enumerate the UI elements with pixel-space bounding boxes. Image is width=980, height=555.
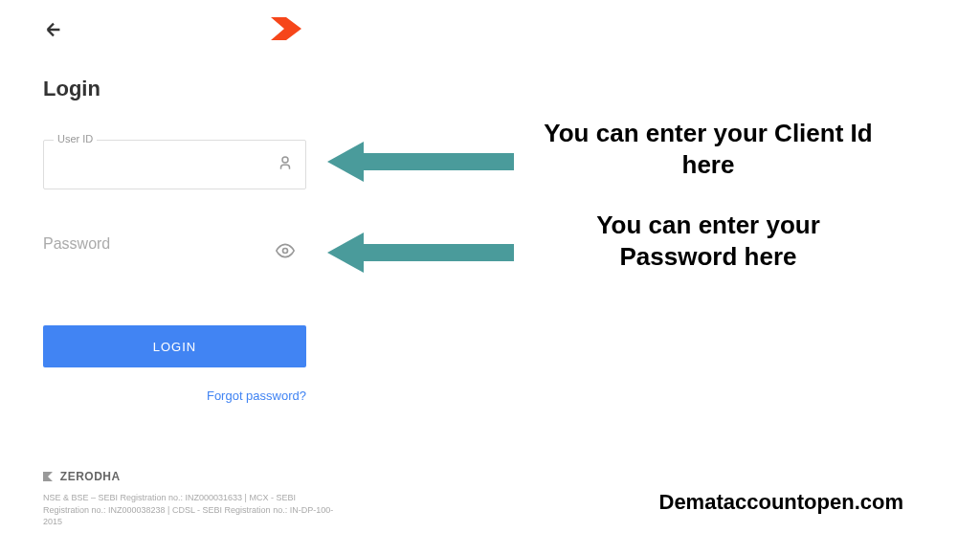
footer: ZERODHA NSE & BSE – SEBI Registration no… [43, 470, 340, 528]
user-id-field[interactable] [56, 148, 294, 181]
login-button[interactable]: LOGIN [43, 325, 306, 367]
svg-rect-2 [364, 153, 514, 170]
back-arrow-icon[interactable] [43, 19, 64, 44]
footer-disclaimer: NSE & BSE – SEBI Registration no.: INZ00… [43, 492, 340, 528]
footer-brand: ZERODHA [43, 470, 340, 484]
forgot-password-link[interactable]: Forgot password? [43, 388, 306, 403]
user-id-label: User ID [54, 133, 97, 144]
user-id-input-group[interactable]: User ID [43, 140, 306, 189]
footer-brand-text: ZERODHA [60, 470, 121, 483]
login-title: Login [43, 77, 306, 101]
annotation-text-password: You can enter your Password here [536, 210, 880, 272]
svg-point-0 [282, 157, 288, 163]
annotation-text-client-id: You can enter your Client Id here [536, 118, 880, 180]
kite-logo-icon [271, 17, 301, 44]
password-input-group[interactable]: Password [43, 228, 306, 278]
login-form: Login User ID Password LOGIN Forgot pass… [43, 77, 306, 403]
annotation-arrow-client-id [327, 142, 514, 186]
svg-point-1 [283, 249, 288, 254]
zerodha-logo-icon [43, 471, 53, 484]
watermark: Demataccountopen.com [659, 490, 904, 515]
svg-rect-3 [364, 244, 514, 261]
eye-icon[interactable] [276, 241, 295, 264]
annotation-arrow-password [327, 233, 514, 277]
user-icon [277, 154, 294, 175]
password-placeholder: Password [43, 235, 110, 252]
